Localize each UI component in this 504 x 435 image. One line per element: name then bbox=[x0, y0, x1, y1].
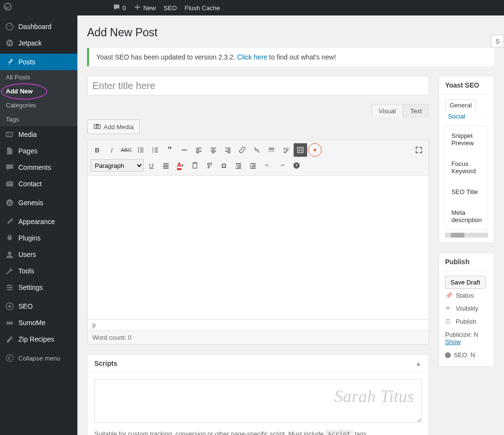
special-char-button[interactable]: Ω bbox=[217, 159, 231, 172]
publicize-show-link[interactable]: Show bbox=[445, 338, 461, 345]
tab-text[interactable]: Text bbox=[403, 104, 429, 118]
toolbar-new-label: New bbox=[143, 4, 156, 12]
notice-link[interactable]: Click here bbox=[237, 53, 267, 61]
svg-text:3: 3 bbox=[152, 151, 154, 153]
sidebar-item-ziprecipes[interactable]: Zip Recipes bbox=[0, 331, 77, 347]
media-icon bbox=[5, 130, 15, 139]
indent-button[interactable] bbox=[246, 159, 260, 172]
sidebar-label: Comments bbox=[18, 164, 51, 171]
toolbar-comments[interactable]: 0 bbox=[109, 0, 130, 15]
yoast-field-title: SEO Title bbox=[451, 188, 482, 195]
yoast-scrollbar[interactable] bbox=[445, 233, 488, 238]
sidebar-item-dashboard[interactable]: Dashboard bbox=[0, 18, 77, 35]
svg-point-7 bbox=[8, 252, 11, 255]
number-list-button[interactable]: 123 bbox=[148, 143, 162, 157]
scripts-metabox: Scripts ▲ Sarah Titus Suitable for custo… bbox=[87, 354, 429, 435]
yoast-field-keyword: Focus Keyword bbox=[451, 160, 482, 175]
collapse-menu[interactable]: Collapse menu bbox=[0, 350, 77, 366]
align-left-button[interactable] bbox=[192, 143, 206, 157]
sidebar-label: Users bbox=[18, 251, 36, 258]
toolbar-new[interactable]: New bbox=[130, 0, 160, 15]
hr-button[interactable] bbox=[178, 143, 191, 157]
sidebar-item-jetpack[interactable]: Jetpack bbox=[0, 35, 77, 51]
publish-on-label: Publish bbox=[456, 318, 476, 325]
align-right-button[interactable] bbox=[221, 143, 235, 157]
yoast-tab-general[interactable]: General bbox=[445, 99, 476, 111]
sidebar-item-tools[interactable]: Tools bbox=[0, 263, 77, 279]
yoast-tab-social[interactable]: Social bbox=[445, 111, 488, 122]
post-title-input[interactable] bbox=[87, 76, 429, 95]
sidebar-item-genesis[interactable]: G Genesis bbox=[0, 195, 77, 211]
svg-point-17 bbox=[138, 148, 139, 149]
svg-point-18 bbox=[138, 150, 139, 150]
unlink-button[interactable] bbox=[250, 143, 264, 157]
genesis-icon: G bbox=[5, 198, 15, 208]
paste-text-button[interactable] bbox=[188, 159, 202, 172]
sidebar-sub-tags[interactable]: Tags bbox=[0, 112, 77, 126]
justify-button[interactable] bbox=[159, 159, 173, 172]
sidebar-item-comments[interactable]: Comments bbox=[0, 159, 77, 176]
sidebar-item-media[interactable]: Media bbox=[0, 126, 77, 143]
sidebar-label: Posts bbox=[18, 58, 35, 66]
sidebar-sub-add-new[interactable]: Add New bbox=[0, 84, 77, 98]
outdent-button[interactable] bbox=[232, 159, 245, 172]
sidebar-item-users[interactable]: Users bbox=[0, 246, 77, 263]
page-icon bbox=[5, 146, 15, 156]
sidebar-sub-all-posts[interactable]: All Posts bbox=[0, 70, 77, 84]
svg-point-25 bbox=[314, 149, 316, 151]
wordpress-logo-icon[interactable] bbox=[4, 3, 12, 12]
collapse-icon[interactable]: ▲ bbox=[415, 360, 422, 367]
editor-path: p bbox=[87, 320, 429, 331]
format-select[interactable]: Paragraph bbox=[90, 159, 144, 172]
align-center-button[interactable] bbox=[207, 143, 220, 157]
italic-button[interactable]: I bbox=[105, 143, 119, 157]
link-button[interactable] bbox=[236, 143, 249, 157]
sidebar-posts-submenu: All Posts Add New Categories Tags bbox=[0, 70, 77, 126]
sidebar-item-appearance[interactable]: Appearance bbox=[0, 213, 77, 230]
add-media-button[interactable]: Add Media bbox=[87, 120, 140, 134]
scripts-textarea[interactable] bbox=[94, 379, 422, 423]
fullscreen-button[interactable] bbox=[412, 143, 426, 157]
spellcheck-button[interactable]: ABC bbox=[279, 143, 293, 157]
strike-button[interactable]: ABC bbox=[119, 143, 133, 157]
svg-point-15 bbox=[96, 125, 99, 128]
toolbar-seo[interactable]: SEO bbox=[160, 0, 180, 15]
wrench-icon bbox=[5, 266, 15, 276]
screen-options-button[interactable]: S bbox=[491, 35, 504, 48]
svg-rect-16 bbox=[96, 124, 99, 125]
sidebar-item-plugins[interactable]: Plugins bbox=[0, 230, 77, 246]
undo-button[interactable] bbox=[261, 159, 274, 172]
pin-icon bbox=[5, 57, 15, 67]
editor-content-area[interactable] bbox=[87, 176, 429, 320]
sidebar-sub-categories[interactable]: Categories bbox=[0, 98, 77, 112]
help-button[interactable]: ? bbox=[290, 159, 303, 172]
add-media-label: Add Media bbox=[104, 123, 133, 131]
distraction-free-button[interactable] bbox=[308, 143, 322, 157]
scripts-title: Scripts bbox=[94, 360, 117, 367]
carrot-icon bbox=[5, 334, 15, 344]
comments-count: 0 bbox=[122, 4, 126, 12]
sidebar-item-sumome[interactable]: SumoMe bbox=[0, 315, 77, 331]
admin-sidebar: Dashboard Jetpack Posts All Posts Add Ne… bbox=[0, 15, 77, 435]
save-draft-button[interactable]: Save Draft bbox=[445, 276, 485, 289]
sidebar-item-pages[interactable]: Pages bbox=[0, 143, 77, 159]
bold-button[interactable]: B bbox=[90, 143, 104, 157]
notice-text: to find out what's new! bbox=[267, 53, 336, 61]
quote-button[interactable]: " bbox=[163, 143, 177, 157]
plus-icon bbox=[133, 3, 141, 13]
sidebar-item-seo[interactable]: SEO bbox=[0, 298, 77, 315]
toolbar-flush-cache[interactable]: Flush Cache bbox=[181, 0, 224, 15]
clear-format-button[interactable] bbox=[203, 159, 216, 172]
sidebar-item-settings[interactable]: Settings bbox=[0, 279, 77, 296]
sidebar-item-contact[interactable]: Contact bbox=[0, 176, 77, 192]
textcolor-button[interactable]: A▾ bbox=[174, 159, 187, 172]
svg-rect-26 bbox=[193, 163, 197, 168]
svg-rect-27 bbox=[194, 163, 196, 164]
redo-button[interactable] bbox=[275, 159, 289, 172]
underline-button[interactable]: U bbox=[145, 159, 158, 172]
sidebar-item-posts[interactable]: Posts bbox=[0, 54, 77, 70]
more-button[interactable] bbox=[265, 143, 278, 157]
bullet-list-button[interactable] bbox=[134, 143, 148, 157]
toolbar-toggle-button[interactable] bbox=[294, 143, 307, 157]
tab-visual[interactable]: Visual bbox=[371, 104, 403, 118]
